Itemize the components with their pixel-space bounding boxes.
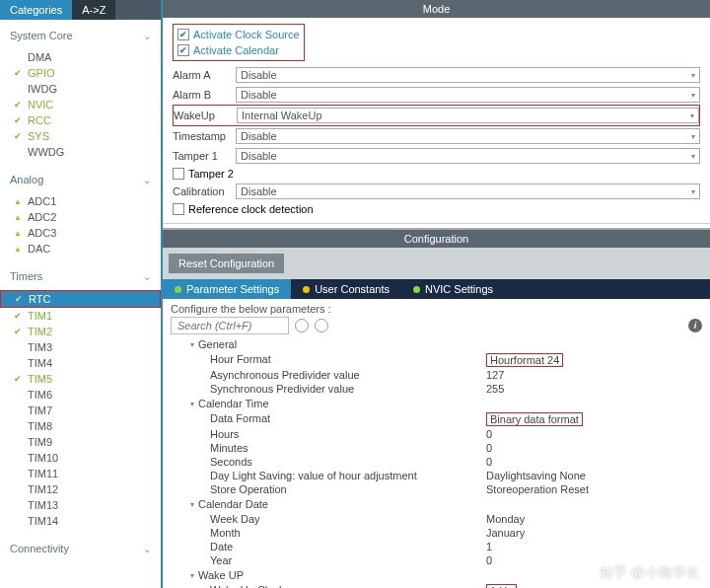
label-refclk: Reference clock detection	[188, 203, 314, 215]
chevron-down-icon: ▾	[190, 571, 194, 580]
param-data-format[interactable]: Data Format	[210, 412, 486, 426]
sidebar-item[interactable]: IWDG	[0, 81, 161, 97]
search-input[interactable]	[171, 317, 289, 334]
label-alarm-b: Alarm B	[173, 89, 232, 101]
chevron-down-icon: ⌄	[143, 31, 151, 41]
label-tamper1: Tamper 1	[173, 150, 232, 162]
sidebar-item[interactable]: ADC3	[0, 225, 161, 241]
chevron-down-icon: ▾	[691, 187, 695, 196]
combo-wakeup[interactable]: Internal WakeUp▾	[237, 108, 699, 123]
section-calendar-date[interactable]: ▾Calendar Date	[171, 496, 702, 512]
search-option-icon[interactable]	[315, 319, 328, 332]
val-store[interactable]: Storeoperation Reset	[486, 483, 589, 495]
param-async[interactable]: Asynchronous Predivider value	[210, 369, 486, 381]
sidebar-item[interactable]: TIM2	[0, 324, 161, 339]
chevron-down-icon: ▾	[190, 400, 194, 408]
val-hours[interactable]: 0	[486, 428, 492, 440]
status-dot-icon	[175, 286, 181, 293]
val-year[interactable]: 0	[486, 554, 492, 566]
param-seconds[interactable]: Seconds	[210, 456, 486, 468]
sidebar-item[interactable]: TIM11	[0, 466, 161, 481]
sidebar-item[interactable]: GPIO	[0, 65, 161, 81]
subtab-user[interactable]: User Constants	[291, 279, 401, 299]
section-calendar-time[interactable]: ▾Calendar Time	[171, 396, 702, 411]
subtab-nvic[interactable]: NVIC Settings	[401, 279, 505, 299]
label-activate-calendar: Activate Calendar	[193, 44, 279, 56]
chevron-down-icon: ▾	[691, 71, 695, 80]
config-subtabs: Parameter Settings User Constants NVIC S…	[163, 279, 710, 299]
chevron-down-icon: ⌄	[143, 175, 151, 185]
checkbox-activate-calendar[interactable]	[178, 44, 189, 56]
combo-tamper1[interactable]: Disable▾	[236, 148, 700, 164]
category-header[interactable]: Timers⌄	[0, 264, 161, 288]
param-store[interactable]: Store Operation	[210, 483, 486, 495]
sidebar-item[interactable]: TIM3	[0, 339, 161, 355]
param-dls[interactable]: Day Light Saving: value of hour adjustme…	[210, 470, 486, 481]
status-dot-icon	[413, 286, 420, 293]
param-hour-format[interactable]: Hour Format	[210, 353, 486, 367]
val-data-format[interactable]: Binary data format	[486, 412, 583, 426]
sidebar-item[interactable]: TIM6	[0, 387, 161, 403]
sidebar-item[interactable]: TIM13	[0, 497, 161, 513]
info-icon[interactable]: i	[688, 319, 702, 332]
reset-row: Reset Configuration	[163, 248, 710, 279]
tab-az[interactable]: A->Z	[72, 0, 115, 20]
param-minutes[interactable]: Minutes	[210, 442, 486, 454]
sidebar-item[interactable]: TIM10	[0, 450, 161, 466]
combo-timestamp[interactable]: Disable▾	[236, 128, 700, 144]
val-wakeup-clock[interactable]: 1 Hz	[486, 584, 517, 588]
sidebar-item[interactable]: DMA	[0, 49, 161, 65]
combo-alarm-a[interactable]: Disable▾	[236, 67, 700, 83]
checkbox-tamper2[interactable]	[173, 168, 184, 180]
sidebar-item[interactable]: TIM9	[0, 434, 161, 450]
sidebar-item[interactable]: RCC	[0, 112, 161, 128]
param-weekday[interactable]: Week Day	[210, 513, 486, 525]
val-dls[interactable]: Daylightsaving None	[486, 470, 586, 481]
subtab-parameter[interactable]: Parameter Settings	[163, 279, 291, 299]
checkbox-activate-clock[interactable]	[178, 29, 189, 40]
val-sync[interactable]: 255	[486, 383, 504, 395]
watermark: 知乎 @小锋学长	[600, 564, 700, 582]
reset-button[interactable]: Reset Configuration	[169, 254, 284, 273]
sidebar-item[interactable]: WWDG	[0, 144, 161, 160]
sidebar-item[interactable]: TIM8	[0, 418, 161, 434]
checkbox-refclk[interactable]	[173, 203, 184, 215]
val-weekday[interactable]: Monday	[486, 513, 525, 525]
main-panel: Mode Activate Clock Source Activate Cale…	[163, 0, 710, 588]
sidebar-item[interactable]: TIM14	[0, 513, 161, 529]
param-wakeup-clock[interactable]: Wake Up Clock	[210, 584, 486, 588]
chevron-down-icon: ⌄	[143, 271, 151, 282]
param-month[interactable]: Month	[210, 527, 486, 539]
combo-calibration[interactable]: Disable▾	[236, 184, 700, 199]
sidebar-item[interactable]: TIM4	[0, 355, 161, 371]
status-dot-icon	[303, 286, 310, 293]
combo-alarm-b[interactable]: Disable▾	[236, 87, 700, 103]
val-hour-format[interactable]: Hourformat 24	[486, 353, 563, 367]
sidebar-item[interactable]: TIM12	[0, 481, 161, 497]
param-date[interactable]: Date	[210, 541, 486, 552]
sidebar-item[interactable]: SYS	[0, 128, 161, 144]
param-year[interactable]: Year	[210, 554, 486, 566]
sidebar-item[interactable]: TIM1	[0, 308, 161, 324]
sidebar-item[interactable]: TIM7	[0, 403, 161, 418]
label-wakeup: WakeUp	[174, 110, 233, 121]
val-minutes[interactable]: 0	[486, 442, 492, 454]
sidebar-item[interactable]: ADC2	[0, 209, 161, 225]
param-sync[interactable]: Synchronous Predivider value	[210, 383, 486, 395]
sidebar-item[interactable]: ADC1	[0, 193, 161, 209]
section-general[interactable]: ▾General	[171, 336, 702, 352]
category-header[interactable]: Connectivity⌄	[0, 537, 161, 560]
tab-categories[interactable]: Categories	[0, 0, 72, 20]
val-month[interactable]: January	[486, 527, 525, 539]
sidebar-item[interactable]: RTC	[1, 291, 160, 307]
search-option-icon[interactable]	[295, 319, 309, 332]
val-async[interactable]: 127	[486, 369, 504, 381]
sidebar-item[interactable]: TIM5	[0, 371, 161, 387]
category-header[interactable]: System Core⌄	[0, 24, 161, 47]
sidebar-item[interactable]: DAC	[0, 241, 161, 257]
param-hours[interactable]: Hours	[210, 428, 486, 440]
sidebar-item[interactable]: NVIC	[0, 97, 161, 112]
category-header[interactable]: Analog⌄	[0, 168, 161, 191]
val-date[interactable]: 1	[486, 541, 492, 552]
val-seconds[interactable]: 0	[486, 456, 492, 468]
